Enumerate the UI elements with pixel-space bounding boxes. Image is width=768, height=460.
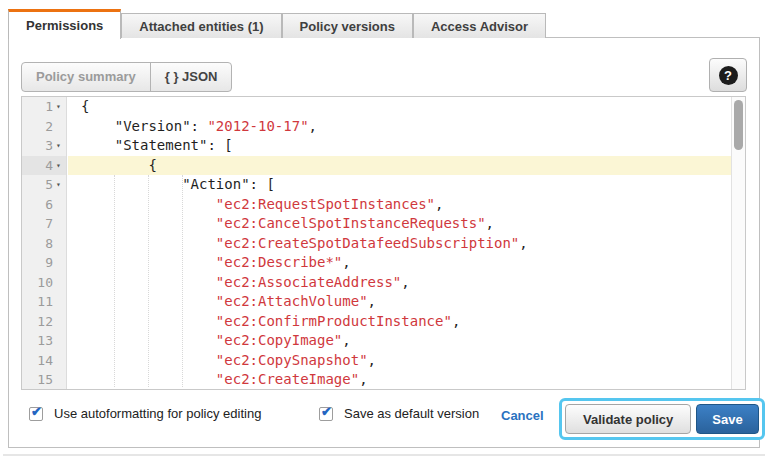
gutter-line: 14 [22,351,66,371]
gutter-line: 11 [22,292,66,312]
iam-policy-editor-screen: Permissions Attached entities (1) Policy… [0,0,768,460]
code-plain-token: , [342,254,350,270]
line-number: 13 [37,333,53,348]
help-button[interactable]: ? [709,58,747,92]
question-mark-icon: ? [719,66,738,85]
code-string-token: "ec2:CancelSpotInstanceRequests" [216,215,486,231]
gutter-line: 10 [22,273,66,293]
code-plain-token: , [359,371,367,387]
gutter-line: 6 [22,195,66,215]
editor-line: "ec2:CreateImage", [68,370,731,389]
default-version-option: Save as default version [319,406,479,421]
code-plain-token [81,254,216,270]
json-toggle-button[interactable]: { } JSON [150,63,232,91]
code-plain-token: { [81,98,89,114]
line-number: 12 [37,314,53,329]
editor-line: "Statement": [ [68,136,731,156]
code-plain-token: , [368,352,376,368]
editor-line: "ec2:CopyImage", [68,331,731,351]
gutter-line: 13 [22,331,66,351]
page-divider [3,454,765,456]
line-number: 7 [45,216,53,231]
autoformat-checkbox[interactable] [29,407,43,421]
gutter-line: 9 [22,253,66,273]
code-string-token: "ec2:RequestSpotInstances" [216,196,435,212]
code-plain-token: { [81,157,157,173]
code-plain-token: , [401,274,409,290]
line-number: 2 [45,119,53,134]
editor-line: "Action": [ [68,175,731,195]
default-version-checkbox[interactable] [319,407,333,421]
code-plain-token: , [368,293,376,309]
code-plain-token: , [309,118,317,134]
fold-caret-icon[interactable]: ▾ [53,141,64,150]
code-plain-token [81,196,216,212]
json-code-editor[interactable]: 1▾23▾4▾5▾6789101112131415 { "Version": "… [21,96,746,390]
gutter-line: 7 [22,214,66,234]
editor-line: { [68,97,731,117]
gutter-line: 4▾ [22,156,66,176]
tab-policy-versions[interactable]: Policy versions [282,13,413,38]
code-string-token: "ec2:CopyImage" [216,332,342,348]
tab-attached-entities[interactable]: Attached entities (1) [121,13,281,38]
validate-policy-button[interactable]: Validate policy [565,404,691,434]
default-version-label: Save as default version [344,406,479,421]
code-plain-token: "Version": [81,118,207,134]
policy-summary-toggle-button[interactable]: Policy summary [22,63,150,91]
line-number: 14 [37,353,53,368]
fold-caret-icon[interactable]: ▾ [53,180,64,189]
highlighted-action-group: Validate policy Save [559,398,765,440]
autoformat-option: Use autoformatting for policy editing [29,406,261,421]
code-string-token: "ec2:AssociateAddress" [216,274,401,290]
code-plain-token: , [519,235,527,251]
editor-line: "ec2:CreateSpotDatafeedSubscription", [68,234,731,254]
line-number: 8 [45,236,53,251]
tab-bar: Permissions Attached entities (1) Policy… [8,9,546,38]
editor-line: "ec2:AssociateAddress", [68,273,731,293]
line-number: 1 [45,99,53,114]
line-number: 15 [37,372,53,387]
line-number: 4 [45,158,53,173]
line-number: 9 [45,255,53,270]
code-plain-token: , [486,215,494,231]
editor-line: "ec2:RequestSpotInstances", [68,195,731,215]
code-plain-token [81,371,216,387]
editor-code[interactable]: { "Version": "2012-10-17", "Statement": … [68,97,731,389]
autoformat-label: Use autoformatting for policy editing [54,406,261,421]
editor-line: "ec2:AttachVolume", [68,292,731,312]
gutter-line: 1▾ [22,97,66,117]
fold-caret-icon[interactable]: ▾ [53,161,64,170]
gutter-line: 15 [22,370,66,390]
code-plain-token: , [342,332,350,348]
code-plain-token [81,235,216,251]
code-string-token: "ec2:CreateImage" [216,371,359,387]
code-string-token: "ec2:AttachVolume" [216,293,368,309]
save-button[interactable]: Save [696,404,758,434]
cancel-link[interactable]: Cancel [501,408,544,423]
code-string-token: "ec2:CreateSpotDatafeedSubscription" [216,235,519,251]
editor-line: "Version": "2012-10-17", [68,117,731,137]
editor-line: "ec2:Describe*", [68,253,731,273]
view-toggle-group: Policy summary { } JSON [21,62,232,92]
gutter-line: 8 [22,234,66,254]
scrollbar-thumb[interactable] [734,100,743,150]
tab-access-advisor[interactable]: Access Advisor [413,13,546,38]
editor-line: "ec2:ConfirmProductInstance", [68,312,731,332]
line-number: 3 [45,138,53,153]
editor-gutter: 1▾23▾4▾5▾6789101112131415 [22,97,67,389]
gutter-line: 2 [22,117,66,137]
line-number: 11 [37,294,53,309]
code-plain-token: "Statement": [ [81,137,233,153]
code-plain-token: , [435,196,443,212]
tab-permissions[interactable]: Permissions [8,9,121,39]
editor-line: "ec2:CopySnapshot", [68,351,731,371]
code-string-token: "ec2:ConfirmProductInstance" [216,313,452,329]
line-number: 5 [45,177,53,192]
permissions-panel: Policy summary { } JSON ? 1▾23▾4▾5▾67891… [8,37,760,448]
fold-caret-icon[interactable]: ▾ [53,102,64,111]
gutter-line: 3▾ [22,136,66,156]
editor-scrollbar[interactable] [731,97,745,389]
editor-line: { [68,156,731,176]
gutter-line: 5▾ [22,175,66,195]
code-string-token: "ec2:CopySnapshot" [216,352,368,368]
